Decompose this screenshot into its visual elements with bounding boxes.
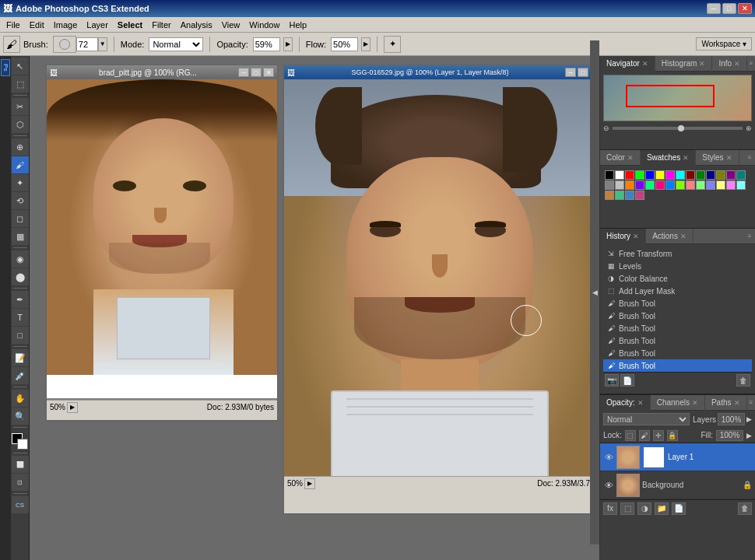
- close-styles-tab[interactable]: ✕: [726, 154, 732, 162]
- color-panel-menu[interactable]: ≡: [744, 152, 755, 163]
- tool-lasso[interactable]: ⬚: [12, 75, 29, 93]
- fill-arrow[interactable]: ▶: [746, 432, 752, 439]
- nav-zoom-out[interactable]: ⊖: [603, 124, 609, 132]
- close-channels-tab[interactable]: ✕: [692, 399, 698, 407]
- create-snapshot-btn[interactable]: 📷: [605, 374, 619, 387]
- layer-styles-btn[interactable]: fx: [603, 502, 617, 515]
- tool-shape[interactable]: □: [12, 327, 29, 344]
- mode-select[interactable]: Normal Dissolve Multiply: [149, 37, 203, 51]
- tool-screen-mode[interactable]: ⊡: [12, 474, 29, 491]
- opacity-input[interactable]: [253, 37, 280, 51]
- menu-analysis[interactable]: Analysis: [176, 19, 217, 31]
- layer-item-layer1[interactable]: 👁 Layer 1: [600, 443, 755, 471]
- swatch[interactable]: [686, 180, 695, 190]
- opacity-arrow[interactable]: ▶: [283, 37, 293, 51]
- swatch[interactable]: [665, 170, 675, 180]
- tool-brush[interactable]: 🖌: [12, 156, 29, 173]
- delete-state-btn[interactable]: 🗑: [736, 374, 750, 387]
- tool-cs[interactable]: CS: [12, 496, 29, 513]
- swatch[interactable]: [726, 170, 736, 180]
- close-info-tab[interactable]: ✕: [734, 60, 740, 68]
- history-item[interactable]: 🖌Brush Tool: [603, 322, 752, 334]
- swatch[interactable]: [635, 180, 644, 190]
- close-histogram-tab[interactable]: ✕: [699, 60, 705, 68]
- lock-position-btn[interactable]: ✛: [653, 430, 664, 441]
- menu-help[interactable]: Help: [284, 19, 311, 31]
- close-color-tab[interactable]: ✕: [627, 154, 634, 162]
- flow-input[interactable]: [331, 37, 358, 51]
- tool-pen[interactable]: ✒: [12, 291, 29, 308]
- flow-arrow[interactable]: ▶: [361, 37, 370, 51]
- swatch[interactable]: [676, 170, 685, 180]
- minimize-button[interactable]: ─: [707, 3, 721, 14]
- swatch[interactable]: [615, 170, 624, 180]
- background-color[interactable]: [17, 439, 28, 450]
- brush-preset-picker[interactable]: [53, 36, 76, 53]
- brush-size-input[interactable]: [76, 37, 98, 51]
- brush-tool-icon[interactable]: 🖌: [3, 36, 20, 53]
- menu-view[interactable]: View: [217, 19, 245, 31]
- close-paths-tab[interactable]: ✕: [734, 399, 740, 407]
- lock-transparent-btn[interactable]: ⬚: [625, 430, 636, 441]
- swatch[interactable]: [736, 180, 746, 190]
- tool-mask-mode[interactable]: ⬜: [12, 456, 29, 473]
- close-navigator-tab[interactable]: ✕: [642, 60, 648, 68]
- new-group-btn[interactable]: 📁: [655, 502, 669, 515]
- swatch[interactable]: [665, 180, 675, 190]
- new-fill-layer-btn[interactable]: ◑: [637, 502, 651, 515]
- swatch[interactable]: [696, 180, 705, 190]
- doc2-titlebar[interactable]: 🖼 SGG-016529.jpg @ 100% (Layer 1, Layer …: [284, 65, 599, 79]
- tool-blur[interactable]: ◉: [12, 250, 29, 268]
- opacity-value[interactable]: [718, 413, 745, 425]
- close-actions-tab[interactable]: ✕: [680, 233, 687, 240]
- tool-eraser[interactable]: ◻: [12, 210, 29, 227]
- close-button[interactable]: ✕: [738, 3, 752, 14]
- history-item[interactable]: ◑Color Balance: [603, 272, 752, 285]
- tool-zoom[interactable]: 🔍: [12, 408, 29, 425]
- close-swatches-tab[interactable]: ✕: [683, 154, 689, 162]
- doc2-min[interactable]: ─: [565, 68, 576, 77]
- workspace-selector[interactable]: Workspace ▾: [696, 37, 752, 51]
- doc1-zoom-btn[interactable]: ▶: [67, 402, 78, 413]
- tool-crop[interactable]: ✂: [12, 98, 29, 115]
- history-item[interactable]: ⬚Add Layer Mask: [603, 285, 752, 297]
- tab-styles[interactable]: Styles ✕: [696, 150, 739, 166]
- history-item[interactable]: 🖌Brush Tool: [603, 310, 752, 322]
- swatch[interactable]: [716, 170, 725, 180]
- swatch[interactable]: [736, 170, 746, 180]
- swatch[interactable]: [605, 170, 614, 180]
- tab-swatches[interactable]: Swatches ✕: [641, 150, 696, 166]
- nav-zoom-in[interactable]: ⊕: [746, 124, 752, 132]
- tool-hand[interactable]: ✋: [12, 390, 29, 407]
- history-item[interactable]: 🖌Brush Tool: [603, 297, 752, 310]
- layer1-visibility-toggle[interactable]: 👁: [603, 452, 614, 463]
- swatch[interactable]: [706, 170, 715, 180]
- menu-layer[interactable]: Layer: [82, 19, 113, 31]
- swatch[interactable]: [625, 170, 634, 180]
- swatch[interactable]: [645, 170, 655, 180]
- maximize-button[interactable]: □: [722, 3, 736, 14]
- create-new-doc-btn[interactable]: 📄: [620, 374, 634, 387]
- doc1-titlebar[interactable]: 🖼 brad_pitt.jpg @ 100% (RG... ─ □ ✕: [47, 65, 277, 79]
- tool-eyedropper[interactable]: 💉: [12, 367, 29, 384]
- tool-slice[interactable]: ⬡: [12, 116, 29, 133]
- fg-bg-colors[interactable]: [12, 433, 29, 450]
- add-mask-btn[interactable]: ⬚: [620, 502, 634, 515]
- tool-heal[interactable]: ⊕: [12, 138, 29, 156]
- airbrush-button[interactable]: ✦: [384, 36, 401, 53]
- swatch[interactable]: [676, 180, 685, 190]
- tab-paths[interactable]: Paths ✕: [705, 395, 747, 411]
- tool-move[interactable]: ↖: [12, 58, 29, 75]
- opacity-arrow[interactable]: ▶: [746, 415, 752, 423]
- history-item[interactable]: 🖌Brush Tool: [603, 359, 752, 372]
- tab-navigator[interactable]: Navigator ✕: [600, 56, 655, 72]
- swatch[interactable]: [726, 180, 736, 190]
- menu-image[interactable]: Image: [49, 19, 83, 31]
- doc2-zoom-btn[interactable]: ▶: [304, 478, 315, 489]
- doc1-min[interactable]: ─: [238, 68, 249, 77]
- swatch[interactable]: [615, 191, 624, 200]
- background-visibility-toggle[interactable]: 👁: [603, 480, 614, 491]
- tab-history[interactable]: History ✕: [600, 229, 646, 244]
- new-layer-btn[interactable]: 📄: [672, 502, 686, 515]
- swatch[interactable]: [605, 180, 614, 190]
